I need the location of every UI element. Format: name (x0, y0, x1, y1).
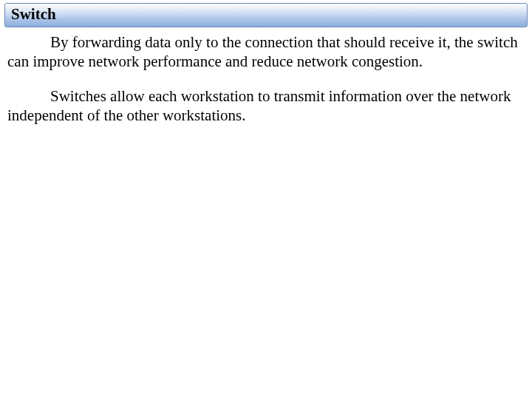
paragraph-2: Switches allow each workstation to trans… (7, 87, 525, 125)
header-bar: Switch (4, 3, 528, 27)
paragraph-1: By forwarding data only to the connectio… (7, 33, 525, 71)
content-area: By forwarding data only to the connectio… (0, 27, 532, 125)
page-title: Switch (11, 5, 521, 24)
